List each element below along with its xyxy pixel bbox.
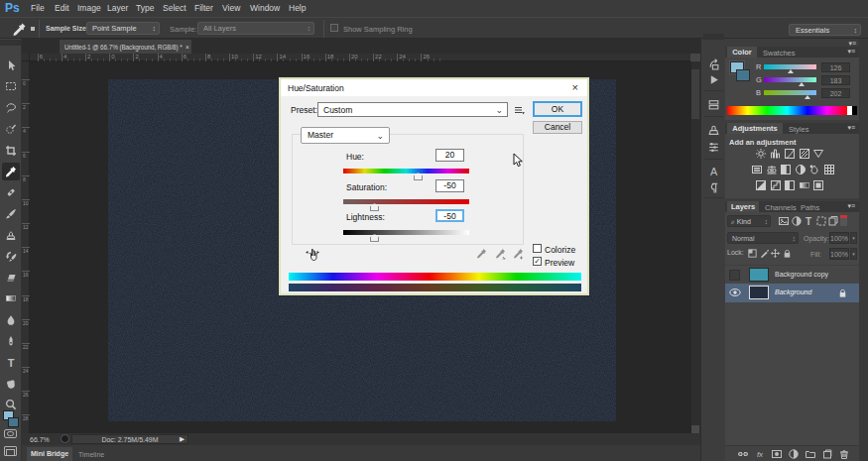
svg-text:A: A (710, 166, 718, 177)
svg-text:T: T (806, 216, 811, 227)
svg-text:fx: fx (757, 450, 764, 459)
svg-text:T: T (8, 357, 15, 369)
